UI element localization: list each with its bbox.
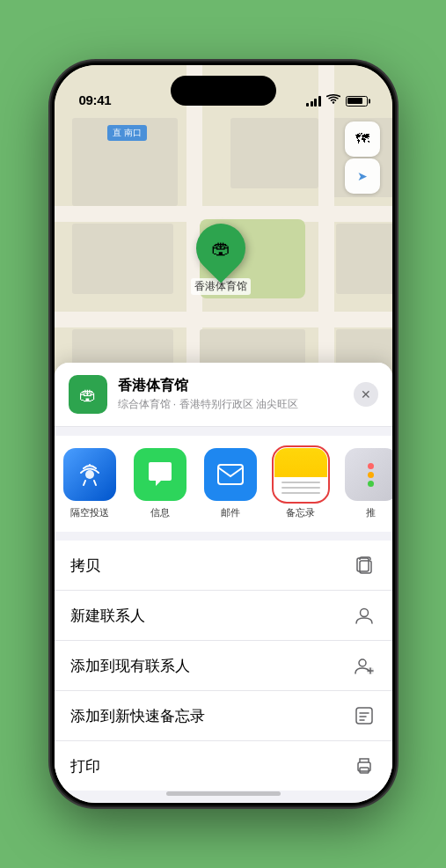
map-location-button[interactable]: ➤ [345,158,380,194]
share-more[interactable]: 推 [336,448,392,519]
map-north-label: 直 南口 [107,125,147,141]
share-mail[interactable]: 邮件 [195,448,266,519]
mail-label: 邮件 [221,506,240,519]
share-messages[interactable]: 信息 [125,448,195,519]
map-controls: 🗺 ➤ [345,121,380,194]
svg-point-4 [360,609,368,617]
marker-pin: 🏟 [186,213,255,283]
map-layers-button[interactable]: 🗺 [345,121,380,157]
more-label: 推 [366,506,376,519]
stadium-marker[interactable]: 🏟 香港体育馆 [191,224,251,295]
print-icon [352,754,377,778]
action-quick-notes[interactable]: 添加到新快速备忘录 [55,691,392,741]
copy-label: 拷贝 [70,555,100,576]
new-contact-label: 新建联系人 [70,606,145,626]
notes-label: 备忘录 [286,506,315,519]
battery-icon [346,96,368,107]
close-button[interactable]: ✕ [354,382,378,407]
phone-frame: 直 南口 🗺 ➤ 🏟 香港体育馆 09:41 [52,63,395,805]
dynamic-island [171,76,276,106]
share-airdrop[interactable]: 隔空投送 [55,448,125,519]
notes-icon [274,448,327,501]
bottom-sheet: 🏟 香港体育馆 综合体育馆 · 香港特别行政区 油尖旺区 ✕ [55,363,392,803]
copy-icon [352,553,377,577]
airdrop-icon [63,448,116,501]
new-contact-icon [352,603,377,628]
location-subtitle: 综合体育馆 · 香港特别行政区 油尖旺区 [118,397,343,412]
phone-screen: 直 南口 🗺 ➤ 🏟 香港体育馆 09:41 [55,65,392,803]
share-notes[interactable]: 备忘录 [266,448,336,519]
action-list: 拷贝 新建联系人 [55,541,392,791]
svg-rect-1 [218,465,243,484]
mail-icon [204,448,257,501]
status-icons [306,94,368,107]
share-actions-row: 隔空投送 信息 [55,436,392,532]
location-venue-icon: 🏟 [69,375,107,414]
more-icon [345,448,392,501]
svg-rect-14 [360,768,369,773]
status-time: 09:41 [79,92,112,107]
add-existing-icon [352,653,377,678]
svg-rect-9 [356,708,372,724]
action-add-existing[interactable]: 添加到现有联系人 [55,641,392,691]
action-copy[interactable]: 拷贝 [55,541,392,591]
location-info: 香港体育馆 综合体育馆 · 香港特别行政区 油尖旺区 [118,377,343,412]
svg-point-0 [85,470,94,479]
location-name: 香港体育馆 [118,377,343,395]
wifi-icon [326,94,340,107]
quick-notes-icon [352,703,377,728]
home-indicator [166,791,281,796]
svg-point-5 [359,659,366,666]
airdrop-label: 隔空投送 [70,506,109,519]
signal-bars [306,96,321,107]
quick-notes-label: 添加到新快速备忘录 [70,706,205,726]
action-new-contact[interactable]: 新建联系人 [55,591,392,641]
action-print[interactable]: 打印 [55,741,392,791]
messages-label: 信息 [150,506,170,519]
print-label: 打印 [70,756,100,776]
messages-icon [134,448,186,501]
add-existing-label: 添加到现有联系人 [70,656,190,676]
location-header: 🏟 香港体育馆 综合体育馆 · 香港特别行政区 油尖旺区 ✕ [55,363,392,427]
